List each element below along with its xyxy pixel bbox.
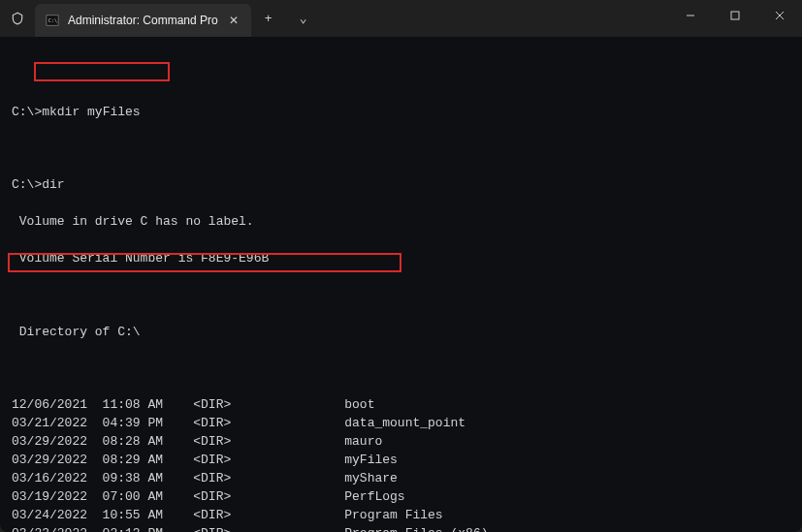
maximize-button[interactable] <box>713 0 757 31</box>
prompt: C:\> <box>12 177 42 192</box>
list-row: 03/21/2022 04:39 PM <DIR> data_mount_poi… <box>12 415 802 433</box>
list-row: 03/23/2022 02:13 PM <DIR> Program Files … <box>12 525 802 532</box>
tab-active[interactable]: C:\ Administrator: Command Pro ✕ <box>35 4 251 37</box>
prompt: C:\> <box>12 105 42 119</box>
list-row: 03/29/2022 08:28 AM <DIR> mauro <box>12 433 802 452</box>
list-row: 03/29/2022 08:29 AM <DIR> myFiles <box>12 452 802 470</box>
list-row: 12/06/2021 11:08 AM <DIR> boot <box>12 396 802 415</box>
cmd-icon: C:\ <box>45 13 60 28</box>
list-row: 03/16/2022 09:38 AM <DIR> myShare <box>12 470 802 488</box>
list-row: 03/24/2022 10:55 AM <DIR> Program Files <box>12 507 802 525</box>
new-tab-button[interactable]: + <box>251 0 286 37</box>
volume-label: Volume in drive C has no label. <box>12 213 802 232</box>
svg-rect-3 <box>731 12 739 19</box>
terminal-output[interactable]: C:\>mkdir myFiles C:\>dir Volume in driv… <box>0 37 802 532</box>
tab-close-button[interactable]: ✕ <box>226 13 241 28</box>
tab-title: Administrator: Command Pro <box>68 14 218 27</box>
close-button[interactable] <box>757 0 802 31</box>
directory-of: Directory of C:\ <box>12 324 802 342</box>
titlebar: C:\ Administrator: Command Pro ✕ + ⌄ <box>0 0 802 37</box>
window-controls <box>668 0 802 31</box>
tab-dropdown-button[interactable]: ⌄ <box>286 0 321 37</box>
command-mkdir: mkdir myFiles <box>42 105 140 119</box>
dir-listing: 12/06/2021 11:08 AM <DIR> boot03/21/2022… <box>12 396 802 532</box>
minimize-button[interactable] <box>668 0 713 31</box>
admin-shield-icon <box>0 0 35 37</box>
command-dir: dir <box>42 177 64 192</box>
volume-serial: Volume Serial Number is F8E9-E96B <box>12 250 802 268</box>
list-row: 03/19/2022 07:00 AM <DIR> PerfLogs <box>12 488 802 507</box>
svg-text:C:\: C:\ <box>48 17 57 23</box>
